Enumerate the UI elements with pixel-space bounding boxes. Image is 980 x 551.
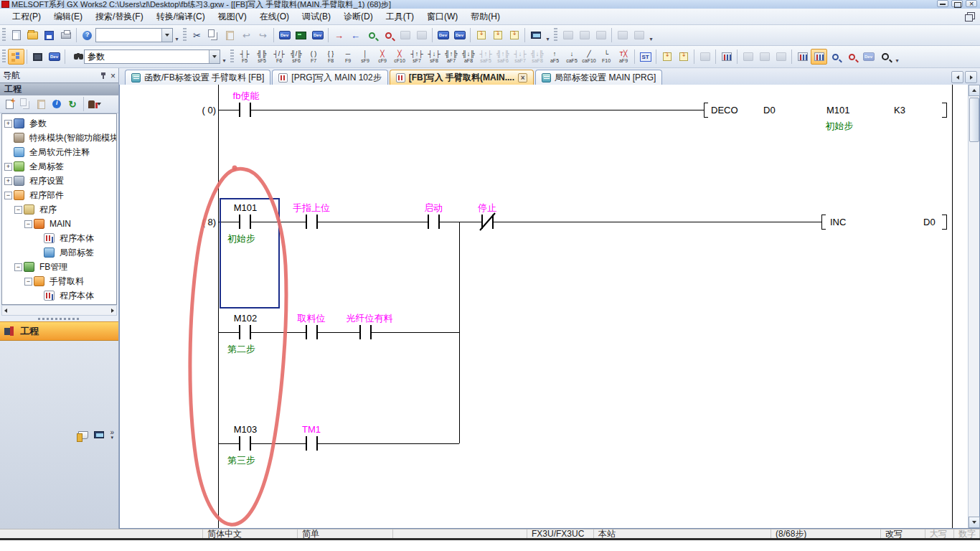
tree-item[interactable]: − 手臂取料: [2, 274, 116, 288]
doc-find-next-button[interactable]: [773, 49, 789, 65]
expand-toggle-icon[interactable]: +: [4, 177, 12, 185]
nav-property-button[interactable]: [50, 97, 64, 111]
device-batch-button[interactable]: [309, 27, 326, 43]
toolbar-grip[interactable]: [183, 28, 187, 42]
expand-toggle-icon[interactable]: [4, 149, 12, 156]
project-view-button[interactable]: 工程: [0, 321, 118, 341]
ladder-tool-button[interactable]: ┤↓├ saF7: [512, 47, 529, 66]
zoom-button[interactable]: [877, 49, 893, 65]
ladder-tool-button[interactable]: │ sF9: [357, 47, 374, 66]
toolbar-grip[interactable]: [2, 28, 6, 42]
menu-item[interactable]: 诊断(D): [337, 9, 380, 25]
more-views-icon[interactable]: [110, 430, 114, 440]
ladder-monitor-button[interactable]: [560, 27, 576, 43]
find-target-input[interactable]: [85, 51, 209, 62]
nav-new-button[interactable]: [2, 97, 17, 111]
print-button[interactable]: [57, 27, 74, 43]
tree-item[interactable]: 全局软元件注释: [2, 145, 116, 159]
verify-with-plc-button[interactable]: [364, 27, 380, 43]
user-library-icon[interactable]: [78, 431, 88, 439]
ladder-tool-button[interactable]: { } F8: [322, 47, 339, 66]
note-edit-button[interactable]: [697, 49, 713, 65]
tree-item[interactable]: − MAIN: [2, 217, 116, 231]
pulse-monitor-button[interactable]: [593, 27, 609, 43]
close-button[interactable]: [966, 0, 977, 7]
minimize-button[interactable]: [937, 0, 948, 7]
maximize-button[interactable]: [951, 0, 963, 7]
ladder-tool-button[interactable]: ┤↑├ sF7: [408, 47, 425, 66]
tree-item[interactable]: 程序本体: [2, 231, 116, 245]
expand-toggle-icon[interactable]: +: [4, 120, 12, 128]
tree-item[interactable]: − 程序: [2, 202, 116, 217]
menu-item[interactable]: 转换/编译(C): [150, 9, 212, 25]
trace-setting-button[interactable]: [631, 27, 647, 43]
tab-prg-main[interactable]: [PRG]写入 MAIN 102步: [272, 70, 387, 85]
tree-item[interactable]: + 全局标签: [2, 159, 116, 174]
mdi-restore-icon[interactable]: [964, 12, 974, 21]
ladder-tool-button[interactable]: ╣/╠ sF6: [288, 47, 305, 66]
scroll-right-icon[interactable]: [111, 309, 114, 313]
expand-toggle-icon[interactable]: [34, 292, 42, 300]
ladder-tool-button[interactable]: ─ F9: [339, 47, 357, 66]
nav-refresh-button[interactable]: [65, 97, 80, 111]
statement-button[interactable]: [473, 27, 489, 43]
doc-generation-button[interactable]: [740, 49, 756, 65]
tab-close-icon[interactable]: [518, 73, 527, 83]
monitor-start-button[interactable]: [397, 27, 413, 43]
expand-toggle-icon[interactable]: −: [4, 192, 12, 199]
ladder-tool-button[interactable]: ( ) F7: [305, 47, 322, 66]
ladder-tool-button[interactable]: ┤↑├ saF5: [477, 47, 494, 66]
toolbar-grip[interactable]: [230, 50, 234, 64]
menu-item[interactable]: 编辑(E): [47, 9, 89, 25]
open-project-button[interactable]: [24, 27, 41, 43]
tree-item[interactable]: − 程序部件: [2, 188, 116, 202]
cut-button[interactable]: [189, 27, 205, 43]
paste-button[interactable]: [222, 27, 238, 43]
note-button[interactable]: [489, 27, 506, 43]
expand-toggle-icon[interactable]: +: [4, 163, 12, 171]
nav-sort-button[interactable]: [88, 97, 102, 111]
read-from-plc-button[interactable]: [347, 27, 364, 43]
ladder-monitor2-button[interactable]: [576, 27, 593, 43]
toolbar-grip[interactable]: [2, 50, 6, 64]
quick-search-combobox[interactable]: [95, 28, 173, 42]
toolbar-grip[interactable]: [554, 28, 557, 42]
write-to-plc-button[interactable]: [331, 27, 347, 43]
menu-item[interactable]: 工程(P): [6, 9, 47, 25]
verify-red-button[interactable]: [380, 27, 397, 43]
tab-scroll-right-button[interactable]: [965, 71, 977, 83]
statement-list-button[interactable]: [718, 49, 735, 65]
ladder-tool-button[interactable]: ↑ aF5: [546, 47, 563, 66]
nav-horizontal-scrollbar[interactable]: [1, 305, 117, 316]
monitor-stop-button[interactable]: [413, 27, 430, 43]
connection-destination-icon[interactable]: [94, 431, 104, 438]
toolbar-overflow-icon[interactable]: [544, 27, 552, 43]
find-button[interactable]: [67, 49, 84, 65]
device-edit-button[interactable]: [451, 27, 468, 43]
ladder-tool-button[interactable]: T╳ aF9: [615, 47, 632, 66]
scroll-up-button[interactable]: [969, 85, 980, 96]
tree-item[interactable]: + 参数: [2, 116, 116, 131]
device-monitor-button[interactable]: [435, 27, 451, 43]
ladder-tool-button[interactable]: ┤├ F5: [236, 47, 253, 66]
toolbar-overflow-icon[interactable]: [893, 49, 901, 65]
expand-toggle-icon[interactable]: −: [14, 206, 22, 214]
ladder-tool-button[interactable]: ╣↓╠ saF8: [529, 47, 546, 66]
ladder-tool-button[interactable]: ╳ cF10: [391, 47, 408, 66]
expand-toggle-icon[interactable]: −: [14, 263, 22, 271]
menu-item[interactable]: 工具(T): [380, 9, 420, 25]
project-tree-toggle-button[interactable]: [8, 49, 24, 65]
quick-search-input[interactable]: [96, 29, 161, 41]
tab-fb-label-setting[interactable]: 函数/FB标签设置 手臂取料 [FB]: [125, 70, 270, 85]
device-test-button[interactable]: [860, 49, 877, 65]
expand-toggle-icon[interactable]: [34, 235, 42, 242]
menu-item[interactable]: 视图(V): [212, 9, 253, 25]
statement-edit-button[interactable]: [675, 49, 692, 65]
ladder-tool-button[interactable]: └ F10: [598, 47, 615, 66]
doc-find-button[interactable]: [756, 49, 773, 65]
ladder-tool-button[interactable]: ↓ caF5: [563, 47, 580, 66]
ladder-tool-button[interactable]: ╱ caF10: [580, 47, 598, 66]
combo-dropdown-icon[interactable]: [161, 29, 172, 42]
device-display-button[interactable]: [276, 27, 293, 43]
help-button[interactable]: [79, 27, 95, 43]
